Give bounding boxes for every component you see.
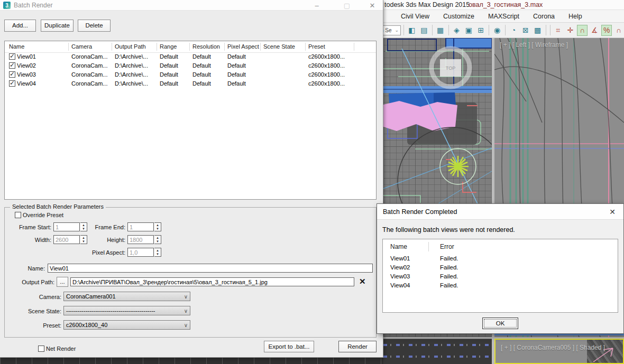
net-render-label: Net Render: [46, 346, 76, 352]
height-input[interactable]: [127, 235, 154, 244]
col-pixel-aspect[interactable]: Pixel Aspect: [227, 43, 259, 50]
camera-dropdown[interactable]: CoronaCamera001 ∨: [63, 292, 190, 301]
snaps-toggle-icon[interactable]: ⌗: [553, 25, 564, 36]
output-path-input[interactable]: [70, 277, 354, 286]
pixel-aspect-input[interactable]: [127, 248, 154, 257]
width-input[interactable]: [53, 235, 80, 244]
material-editor-icon[interactable]: ◔: [508, 25, 519, 36]
row-checkbox[interactable]: [9, 53, 15, 60]
table-row[interactable]: View04 CoronaCam... D:\Archive\... Defau…: [5, 80, 376, 89]
chevron-down-icon: ∨: [184, 308, 188, 314]
pixel-aspect-spinner[interactable]: ▲▼: [154, 248, 161, 257]
trackbar-strip[interactable]: [0, 358, 383, 364]
error-row[interactable]: View04 Failed.: [383, 281, 618, 290]
toolbar-separator: [403, 25, 404, 35]
layer-manager-icon[interactable]: ▦: [435, 25, 446, 36]
net-render-checkbox[interactable]: [38, 346, 44, 352]
toolbar-separator: [489, 25, 489, 35]
curve-editor-icon[interactable]: ▣: [463, 25, 474, 36]
table-row[interactable]: View03 CoronaCam... D:\Archive\... Defau…: [5, 71, 376, 80]
menu-help[interactable]: Help: [562, 11, 589, 22]
col-range[interactable]: Range: [160, 43, 177, 50]
preset-dropdown[interactable]: c2600x1800_40 ∨: [63, 320, 190, 330]
pivot-snap-icon[interactable]: ✛: [565, 25, 575, 36]
height-label: Height:: [88, 237, 125, 243]
mirror-icon[interactable]: ◧: [407, 25, 417, 36]
3dsmax-logo-icon: 3: [3, 2, 11, 9]
col-scene-state[interactable]: Scene State: [263, 43, 295, 50]
pixel-aspect-label: Pixel Aspect:: [88, 249, 125, 256]
col-preset[interactable]: Preset: [308, 43, 325, 50]
menu-corona[interactable]: Corona: [526, 11, 562, 22]
frame-end-spinner[interactable]: ▲▼: [154, 222, 161, 231]
minimize-icon[interactable]: –: [308, 0, 326, 11]
toolbar-separator: [550, 25, 550, 35]
batch-render-titlebar[interactable]: 3 Batch Render – ▢ ✕: [0, 0, 383, 11]
viewport-front[interactable]: [383, 339, 492, 364]
chevron-down-icon: ⌄: [395, 27, 399, 33]
viewport-left-label[interactable]: [ + ] [ Left ] [ Wireframe ]: [500, 41, 568, 49]
spinner-snap-icon[interactable]: ∩: [613, 25, 624, 36]
row-checkbox[interactable]: [9, 80, 15, 87]
ok-button[interactable]: OK: [482, 318, 518, 329]
toolbar-separator: [432, 25, 433, 35]
chevron-down-icon: ∨: [184, 322, 188, 328]
table-row[interactable]: View01 CoronaCam... D:\Archive\... Defau…: [5, 53, 376, 62]
preset-label: Preset:: [24, 322, 61, 329]
max-file-title: овал_3_гостиная_3.max: [469, 1, 543, 8]
name-input[interactable]: [48, 264, 373, 273]
viewport-camera-label[interactable]: [ + ] [ CoronaCamera005 ] [ Shaded ]: [501, 344, 605, 351]
height-spinner[interactable]: ▲▼: [154, 235, 161, 244]
viewcube-top-label[interactable]: TOP: [446, 66, 455, 71]
error-row[interactable]: View02 Failed.: [383, 263, 618, 272]
frame-start-spinner[interactable]: ▲▼: [80, 222, 87, 231]
render-setup-icon[interactable]: ⊠: [520, 25, 531, 36]
toolbar-separator: [546, 25, 546, 35]
width-spinner[interactable]: ▲▼: [80, 235, 87, 244]
table-row[interactable]: View02 CoronaCam... D:\Archive\... Defau…: [5, 62, 376, 71]
row-checkbox[interactable]: [9, 71, 15, 78]
render-button[interactable]: Render: [338, 341, 377, 352]
scene-state-dropdown[interactable]: ----------------------------------------…: [63, 306, 190, 315]
graphite-modeling-icon[interactable]: ◈: [452, 25, 462, 36]
percent-snap-icon[interactable]: %: [601, 25, 612, 36]
override-preset-checkbox[interactable]: [15, 212, 21, 218]
error-row[interactable]: View01 Failed.: [383, 254, 618, 263]
maximize-icon[interactable]: ▢: [338, 0, 356, 11]
browse-button[interactable]: ...: [57, 277, 68, 287]
batch-views-table: Name Camera Output Path Range Resolution…: [4, 41, 377, 200]
batch-render-completed-dialog: Batch Render Completed ✕ The following b…: [377, 203, 624, 334]
clear-path-icon[interactable]: ✕: [359, 277, 366, 286]
menu-customize[interactable]: Customize: [436, 11, 481, 22]
viewport-camera[interactable]: [ + ] [ CoronaCamera005 ] [ Shaded ]: [494, 339, 624, 364]
add-button[interactable]: Add...: [4, 20, 36, 32]
col-resolution[interactable]: Resolution: [192, 43, 220, 50]
close-icon[interactable]: ✕: [604, 206, 620, 218]
snap-toggle-on-icon[interactable]: ∩: [577, 25, 588, 36]
row-checkbox[interactable]: [9, 62, 15, 69]
frame-start-input[interactable]: [53, 222, 80, 231]
error-row[interactable]: View03 Failed.: [383, 272, 618, 281]
quick-align-icon[interactable]: ▤: [419, 25, 429, 36]
export-bat-button[interactable]: Export to .bat...: [264, 341, 314, 352]
scene-state-label: Scene State:: [24, 308, 61, 314]
col-camera[interactable]: Camera: [71, 43, 92, 50]
asset-tracking-icon[interactable]: ◉: [492, 25, 502, 36]
menu-civil-view[interactable]: Civil View: [394, 11, 436, 22]
col-output-path[interactable]: Output Path: [115, 43, 146, 50]
col-name[interactable]: Name: [9, 43, 24, 50]
batch-render-title: Batch Render: [14, 2, 52, 9]
frame-end-label: Frame End:: [88, 224, 125, 230]
angle-snap-icon[interactable]: ∡: [589, 25, 600, 36]
output-path-label: Output Path:: [17, 279, 54, 285]
menu-maxscript[interactable]: MAXScript: [481, 11, 526, 22]
frame-end-input[interactable]: [127, 222, 154, 231]
frame-start-label: Frame Start:: [14, 224, 51, 230]
rendered-frame-window-icon[interactable]: ▩: [533, 25, 543, 36]
batch-table-header: Name Camera Output Path Range Resolution…: [5, 41, 376, 53]
completed-dialog-titlebar[interactable]: Batch Render Completed ✕: [377, 204, 623, 220]
duplicate-button[interactable]: Duplicate: [41, 20, 74, 32]
close-icon[interactable]: ✕: [363, 0, 381, 11]
schematic-view-icon[interactable]: ⊞: [475, 25, 486, 36]
delete-button[interactable]: Delete: [78, 20, 111, 32]
